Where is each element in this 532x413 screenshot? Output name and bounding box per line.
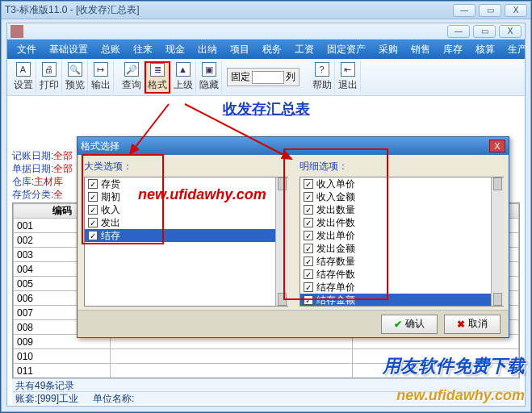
- toolbar-icon: ▲: [176, 62, 191, 77]
- watermark-brand: 用友软件免费下载: [383, 354, 525, 378]
- menu-item[interactable]: 采购: [374, 41, 403, 58]
- cancel-button[interactable]: ✖取消: [444, 315, 501, 334]
- checkbox[interactable]: ✓: [304, 218, 313, 227]
- menu-item[interactable]: 生产: [503, 41, 532, 58]
- toolbar-设置-button[interactable]: A设置: [10, 61, 36, 94]
- toolbar-icon: ↦: [94, 62, 108, 77]
- toolbar-打印-button[interactable]: 🖨打印: [36, 61, 62, 94]
- check-icon: ✔: [394, 319, 402, 330]
- app-icon: [10, 25, 23, 38]
- toolbar: A设置🖨打印🔍预览↦输出🔎查询≣格式▲上级▣隐藏固定列?帮助⇤退出: [7, 59, 525, 96]
- toolbar-icon: 🖨: [42, 62, 57, 77]
- fixed-columns-control[interactable]: 固定列: [227, 68, 300, 86]
- list-item[interactable]: ✓结存金额: [300, 294, 491, 306]
- checkbox[interactable]: ✓: [304, 244, 313, 253]
- checkbox[interactable]: ✓: [88, 192, 98, 202]
- toolbar-格式-button[interactable]: ≣格式: [145, 61, 170, 94]
- category-listbox[interactable]: ✓存货✓期初✓收入✓发出✓结存: [84, 177, 288, 307]
- toolbar-查询-button[interactable]: 🔎查询: [119, 61, 145, 94]
- fixed-columns-input[interactable]: [252, 71, 284, 84]
- scrollbar[interactable]: [491, 177, 504, 306]
- menu-item[interactable]: 总账: [96, 41, 125, 58]
- outer-title: T3-标准版11.0 - [收发存汇总表]: [5, 3, 453, 17]
- menu-item[interactable]: 工资: [290, 41, 319, 58]
- list-item[interactable]: ✓发出金额: [300, 242, 491, 255]
- page-title: 收发存汇总表: [7, 96, 525, 123]
- menu-item[interactable]: 库存: [438, 41, 467, 58]
- checkbox[interactable]: ✓: [304, 257, 313, 266]
- dialog-title: 格式选择: [81, 140, 119, 153]
- child-minimize-button[interactable]: —: [447, 25, 470, 38]
- toolbar-输出-button[interactable]: ↦输出: [88, 61, 114, 94]
- checkbox[interactable]: ✓: [304, 205, 313, 215]
- menu-item[interactable]: 销售: [406, 41, 435, 58]
- toolbar-icon: 🔍: [68, 62, 82, 77]
- scrollbar[interactable]: [275, 177, 288, 306]
- menu-item[interactable]: 基础设置: [44, 41, 93, 58]
- inner-titlebar: — ▭ X: [7, 23, 525, 40]
- list-item[interactable]: ✓发出件数: [300, 216, 491, 229]
- list-item[interactable]: ✓结存件数: [300, 268, 491, 281]
- list-item[interactable]: ✓收入: [85, 203, 275, 216]
- menu-item[interactable]: 固定资产: [322, 41, 371, 58]
- toolbar-icon: ⇤: [341, 62, 355, 77]
- toolbar-退出-button[interactable]: ⇤退出: [335, 61, 361, 94]
- toolbar-上级-button[interactable]: ▲上级: [170, 61, 196, 94]
- child-close-button[interactable]: X: [499, 25, 522, 38]
- list-item[interactable]: ✓结存数量: [300, 255, 491, 268]
- list-item[interactable]: ✓收入金额: [300, 190, 491, 203]
- watermark-url: new.ufidawhy.com: [396, 387, 525, 404]
- maximize-button[interactable]: ▭: [479, 4, 501, 17]
- toolbar-icon: ▣: [202, 62, 216, 77]
- toolbar-icon: ?: [315, 62, 329, 77]
- checkbox[interactable]: ✓: [304, 295, 313, 305]
- filter-summary: 记账日期:全部单据日期:全部仓库:主材库存货分类:全: [12, 149, 73, 201]
- menu-item[interactable]: 税务: [258, 41, 287, 58]
- child-maximize-button[interactable]: ▭: [473, 25, 496, 38]
- menu-item[interactable]: 核算: [471, 41, 500, 58]
- toolbar-预览-button[interactable]: 🔍预览: [62, 61, 88, 94]
- toolbar-icon: A: [16, 62, 31, 77]
- menu-item[interactable]: 出纳: [193, 41, 222, 58]
- checkbox[interactable]: ✓: [88, 205, 98, 215]
- outer-titlebar[interactable]: T3-标准版11.0 - [收发存汇总表] — ▭ X: [2, 2, 530, 19]
- toolbar-icon: ≣: [150, 63, 165, 77]
- checkbox[interactable]: ✓: [304, 282, 313, 292]
- list-item[interactable]: ✓期初: [85, 190, 275, 203]
- x-icon: ✖: [457, 319, 465, 330]
- toolbar-帮助-button[interactable]: ?帮助: [309, 61, 335, 94]
- detail-listbox[interactable]: ✓收入单价✓收入金额✓发出数量✓发出件数✓发出单价✓发出金额✓结存数量✓结存件数…: [300, 177, 504, 307]
- dialog-titlebar[interactable]: 格式选择 X: [77, 137, 509, 155]
- minimize-button[interactable]: —: [453, 4, 475, 17]
- right-panel-label: 明细选项：: [300, 160, 504, 173]
- checkbox[interactable]: ✓: [88, 231, 98, 240]
- list-item[interactable]: ✓发出单价: [300, 229, 491, 242]
- toolbar-隐藏-button[interactable]: ▣隐藏: [196, 61, 222, 94]
- format-dialog: 格式选择 X 大类选项： ✓存货✓期初✓收入✓发出✓结存 明细选项： ✓收入单价…: [77, 136, 509, 338]
- list-item[interactable]: ✓发出: [85, 216, 275, 229]
- list-item[interactable]: ✓发出数量: [300, 203, 491, 216]
- close-button[interactable]: X: [505, 4, 527, 17]
- dialog-close-button[interactable]: X: [489, 140, 505, 152]
- left-panel-label: 大类选项：: [84, 160, 288, 173]
- checkbox[interactable]: ✓: [304, 192, 313, 202]
- checkbox[interactable]: ✓: [304, 231, 313, 240]
- menubar[interactable]: 文件基础设置总账往来现金出纳项目税务工资固定资产采购销售库存核算生产老板通票据通: [7, 40, 525, 59]
- checkbox[interactable]: ✓: [304, 269, 313, 279]
- menu-item[interactable]: 往来: [128, 41, 157, 58]
- checkbox[interactable]: ✓: [88, 218, 98, 227]
- menu-item[interactable]: 项目: [225, 41, 254, 58]
- list-item[interactable]: ✓结存单价: [300, 281, 491, 294]
- checkbox[interactable]: ✓: [304, 179, 313, 189]
- menu-item[interactable]: 文件: [12, 41, 41, 58]
- menu-item[interactable]: 现金: [161, 41, 190, 58]
- ok-button[interactable]: ✔确认: [381, 315, 438, 334]
- list-item[interactable]: ✓收入单价: [300, 177, 491, 190]
- list-item[interactable]: ✓结存: [85, 229, 275, 242]
- list-item[interactable]: ✓存货: [85, 177, 275, 190]
- checkbox[interactable]: ✓: [88, 179, 98, 189]
- toolbar-icon: 🔎: [124, 62, 139, 77]
